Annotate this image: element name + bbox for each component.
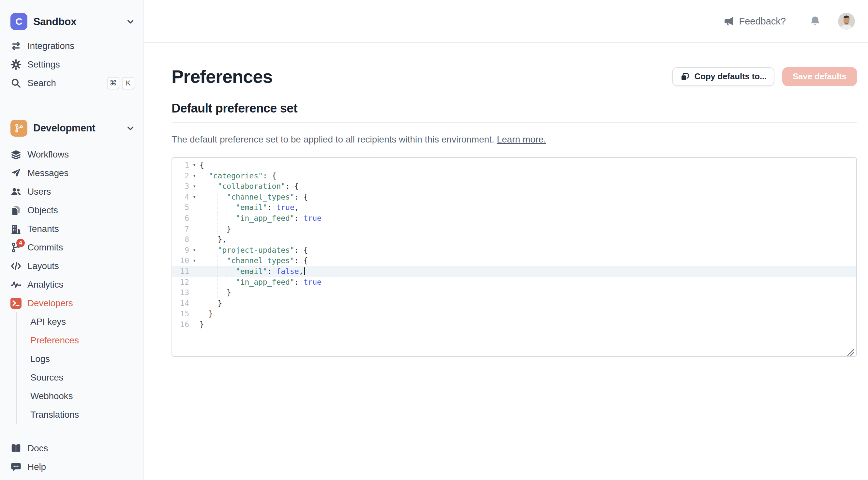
sidebar-item-label: Analytics xyxy=(27,279,63,290)
fold-spacer xyxy=(189,277,199,288)
environment-switcher[interactable]: Development xyxy=(10,120,136,137)
notifications-button[interactable] xyxy=(809,15,821,27)
workspace-switcher[interactable]: C Sandbox xyxy=(10,13,136,30)
code-line-10[interactable]: 10▾ "channel_types": { xyxy=(172,255,856,266)
fold-arrow-icon[interactable]: ▾ xyxy=(189,192,199,203)
line-number: 13 xyxy=(172,287,189,298)
indent-guide xyxy=(227,266,227,277)
indent-guide xyxy=(209,277,209,288)
sidebar-subitem-api-keys[interactable]: API keys xyxy=(17,312,144,331)
sidebar-item-help[interactable]: Help xyxy=(0,457,144,476)
code-line-1[interactable]: 1▾{ xyxy=(172,160,856,171)
workspace-name: Sandbox xyxy=(33,16,119,28)
sidebar-item-search[interactable]: Search⌘K xyxy=(0,74,144,92)
code-line-2[interactable]: 2▾ "categories": { xyxy=(172,171,856,181)
code-line-7[interactable]: 7 } xyxy=(172,224,856,235)
sidebar-item-integrations[interactable]: Integrations xyxy=(0,36,144,55)
sidebar-developers-subnav: API keysPreferencesLogsSourcesWebhooksTr… xyxy=(16,312,144,424)
line-number: 4 xyxy=(172,192,189,203)
code-line-5[interactable]: 5 "email": true, xyxy=(172,202,856,213)
sidebar-bottom-nav: DocsHelp xyxy=(0,439,144,480)
code-line-14[interactable]: 14 } xyxy=(172,298,856,309)
sidebar-subitem-translations[interactable]: Translations xyxy=(17,405,144,424)
chevron-down-icon xyxy=(125,123,136,133)
sidebar-item-messages[interactable]: Messages xyxy=(0,164,144,182)
sidebar-item-workflows[interactable]: Workflows xyxy=(0,145,144,164)
sidebar-item-layouts[interactable]: Layouts xyxy=(0,257,144,275)
key-cap: K xyxy=(122,77,134,89)
sidebar-item-commits[interactable]: 4Commits xyxy=(0,238,144,257)
text-cursor xyxy=(304,267,305,275)
workspace-logo: C xyxy=(10,13,27,30)
user-avatar[interactable] xyxy=(838,13,855,30)
feedback-button[interactable]: Feedback? xyxy=(723,16,786,27)
line-number: 11 xyxy=(172,266,189,277)
code-line-4[interactable]: 4▾ "channel_types": { xyxy=(172,192,856,203)
git-branch-icon xyxy=(14,123,24,133)
code-line-13[interactable]: 13 } xyxy=(172,287,856,298)
megaphone-icon xyxy=(723,16,735,27)
indent-guide xyxy=(217,202,218,213)
bell-icon xyxy=(809,15,821,27)
search-icon xyxy=(10,78,22,89)
editor-resize-handle[interactable] xyxy=(846,346,854,354)
sidebar-subitem-logs[interactable]: Logs xyxy=(17,350,144,368)
fold-arrow-icon[interactable]: ▾ xyxy=(189,171,199,181)
terminal-icon xyxy=(10,298,22,309)
code-line-8[interactable]: 8 }, xyxy=(172,234,856,245)
fold-spacer xyxy=(189,202,199,213)
indent-guide xyxy=(209,245,209,256)
indent-guide xyxy=(209,287,209,298)
git-branch-icon: 4 xyxy=(10,242,22,253)
sidebar-item-label: Help xyxy=(27,462,46,472)
page-title: Preferences xyxy=(172,66,273,87)
sidebar-subitem-preferences[interactable]: Preferences xyxy=(17,331,144,350)
line-number: 8 xyxy=(172,234,189,245)
fold-spacer xyxy=(189,213,199,224)
code-line-3[interactable]: 3▾ "collaboration": { xyxy=(172,181,856,192)
fold-spacer xyxy=(189,287,199,298)
indent-guide xyxy=(217,255,218,266)
sidebar-top-nav: IntegrationsSettingsSearch⌘K xyxy=(0,36,144,92)
code-line-16[interactable]: 16} xyxy=(172,319,856,330)
code-line-11[interactable]: 11 "email": false, xyxy=(172,266,856,277)
sidebar-item-objects[interactable]: Objects xyxy=(0,201,144,219)
sidebar-subitem-sources[interactable]: Sources xyxy=(17,368,144,387)
learn-more-link[interactable]: Learn more. xyxy=(497,134,546,145)
sidebar-item-label: Objects xyxy=(27,205,58,215)
line-number: 12 xyxy=(172,277,189,288)
line-number: 10 xyxy=(172,255,189,266)
sidebar-item-label: Docs xyxy=(27,443,48,454)
indent-guide xyxy=(209,266,209,277)
indent-guide xyxy=(217,224,218,235)
indent-guide xyxy=(209,234,209,245)
save-defaults-label: Save defaults xyxy=(793,71,846,81)
indent-guide xyxy=(209,224,209,235)
pulse-icon xyxy=(10,279,22,290)
sidebar-item-developers[interactable]: Developers xyxy=(0,294,144,312)
gear-icon xyxy=(10,59,22,70)
sidebar-item-docs[interactable]: Docs xyxy=(0,439,144,457)
environment-logo xyxy=(10,120,27,137)
indent-guide xyxy=(217,192,218,203)
fold-arrow-icon[interactable]: ▾ xyxy=(189,160,199,171)
code-lines: 1▾{2▾ "categories": {3▾ "collaboration":… xyxy=(172,160,856,330)
code-line-12[interactable]: 12 "in_app_feed": true xyxy=(172,277,856,288)
sidebar-item-users[interactable]: Users xyxy=(0,182,144,201)
fold-arrow-icon[interactable]: ▾ xyxy=(189,245,199,256)
fold-arrow-icon[interactable]: ▾ xyxy=(189,255,199,266)
line-number: 15 xyxy=(172,308,189,319)
fold-arrow-icon[interactable]: ▾ xyxy=(189,181,199,192)
sidebar-item-settings[interactable]: Settings xyxy=(0,55,144,74)
code-line-15[interactable]: 15 } xyxy=(172,308,856,319)
code-line-6[interactable]: 6 "in_app_feed": true xyxy=(172,213,856,224)
sidebar-subitem-webhooks[interactable]: Webhooks xyxy=(17,387,144,405)
indent-guide xyxy=(217,277,218,288)
json-code-editor[interactable]: 1▾{2▾ "categories": {3▾ "collaboration":… xyxy=(172,157,857,357)
sidebar-item-label: Integrations xyxy=(27,41,74,51)
indent-guide xyxy=(217,287,218,298)
copy-defaults-button[interactable]: Copy defaults to... xyxy=(672,67,774,86)
sidebar-item-analytics[interactable]: Analytics xyxy=(0,275,144,294)
code-line-9[interactable]: 9▾ "project-updates": { xyxy=(172,245,856,256)
sidebar-item-tenants[interactable]: Tenants xyxy=(0,219,144,238)
